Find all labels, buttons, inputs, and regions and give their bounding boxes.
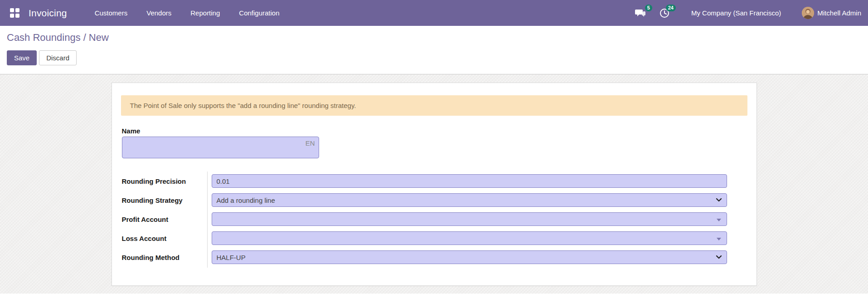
control-panel: Cash Roundings/New Save Discard (0, 26, 868, 74)
discard-button[interactable]: Discard (39, 50, 77, 65)
rounding-precision-input[interactable] (217, 175, 722, 187)
form-sheet: The Point of Sale only supports the "add… (112, 83, 757, 286)
profit-account-field[interactable] (212, 212, 727, 226)
rounding-precision-field (212, 174, 727, 188)
name-field-group: Name EN (122, 127, 747, 158)
navbar-systray: 5 24 My Company (San Francisco) Mitchell… (635, 7, 861, 19)
breadcrumb-current: New (89, 32, 109, 43)
user-name: Mitchell Admin (817, 9, 861, 17)
breadcrumb-separator: / (83, 32, 86, 43)
loss-account-field[interactable] (212, 231, 727, 245)
rounding-strategy-label: Rounding Strategy (122, 196, 212, 204)
menu-vendors[interactable]: Vendors (137, 9, 181, 17)
apps-grid-icon[interactable] (10, 8, 20, 18)
rounding-method-value: HALF-UP (217, 254, 246, 261)
breadcrumb: Cash Roundings/New (7, 32, 868, 44)
chat-icon (635, 8, 646, 18)
loss-account-row: Loss Account (122, 231, 747, 245)
profit-account-row: Profit Account (122, 212, 747, 226)
caret-down-icon (717, 238, 721, 240)
activities-button[interactable]: 24 (659, 8, 669, 18)
rounding-method-select[interactable]: HALF-UP (212, 250, 727, 264)
name-label: Name (122, 127, 747, 135)
rounding-precision-row: Rounding Precision (122, 174, 747, 188)
name-input[interactable] (122, 137, 319, 158)
save-button[interactable]: Save (7, 50, 37, 65)
caret-down-icon (717, 219, 721, 221)
rounding-strategy-value: Add a rounding line (217, 196, 275, 204)
field-group: Rounding Precision Rounding Strategy Add… (122, 174, 747, 264)
chevron-down-icon (716, 255, 722, 260)
activities-badge: 24 (666, 5, 676, 11)
messages-button[interactable]: 5 (635, 8, 646, 18)
form-view-background: The Point of Sale only supports the "add… (0, 74, 868, 294)
warning-alert: The Point of Sale only supports the "add… (121, 95, 747, 116)
rounding-strategy-row: Rounding Strategy Add a rounding line (122, 193, 747, 207)
nav-menu: Customers Vendors Reporting Configuratio… (85, 9, 289, 17)
loss-account-label: Loss Account (122, 235, 212, 242)
name-field: EN (122, 137, 319, 158)
user-avatar (802, 7, 814, 19)
menu-customers[interactable]: Customers (85, 9, 137, 17)
menu-configuration[interactable]: Configuration (229, 9, 289, 17)
chevron-down-icon (716, 197, 722, 203)
action-buttons: Save Discard (7, 50, 868, 65)
company-switcher[interactable]: My Company (San Francisco) (691, 9, 781, 17)
messages-badge: 5 (645, 5, 652, 11)
rounding-precision-label: Rounding Precision (122, 177, 212, 185)
menu-reporting[interactable]: Reporting (181, 9, 229, 17)
profit-account-label: Profit Account (122, 216, 212, 223)
app-name[interactable]: Invoicing (29, 8, 67, 19)
user-menu[interactable]: Mitchell Admin (802, 7, 861, 19)
rounding-strategy-select[interactable]: Add a rounding line (212, 193, 727, 207)
translation-badge[interactable]: EN (305, 139, 315, 147)
breadcrumb-parent[interactable]: Cash Roundings (7, 32, 81, 43)
rounding-method-row: Rounding Method HALF-UP (122, 250, 747, 264)
rounding-method-label: Rounding Method (122, 254, 212, 261)
top-navbar: Invoicing Customers Vendors Reporting Co… (0, 0, 868, 26)
